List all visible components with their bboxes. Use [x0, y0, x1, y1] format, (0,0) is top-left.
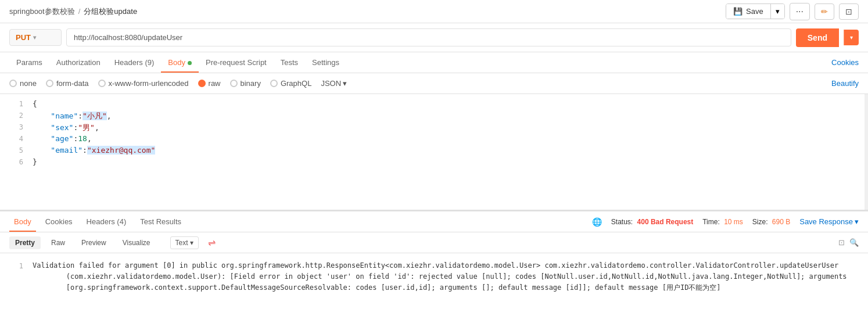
url-bar: PUT ▾ Send ▾	[0, 23, 868, 52]
save-button-group: 💾 Save ▾	[726, 3, 785, 19]
response-icons: ⊡ 🔍	[838, 238, 859, 247]
fmt-tab-raw[interactable]: Raw	[45, 236, 71, 249]
code-content-5: "email":"xiezhr@qq.com"	[33, 146, 859, 155]
code-content-3: "sex":"男",	[33, 123, 859, 133]
json-format-label: JSON	[321, 79, 341, 88]
code-line-1: 1 {	[0, 99, 868, 110]
response-line-1: 1 Validation failed for argument [0] in …	[9, 260, 859, 294]
tab-tests[interactable]: Tests	[274, 53, 305, 73]
method-selector[interactable]: PUT ▾	[9, 29, 62, 46]
send-button[interactable]: Send	[796, 28, 839, 47]
send-dropdown-button[interactable]: ▾	[844, 30, 859, 45]
body-type-urlencoded[interactable]: x-www-form-urlencoded	[98, 79, 189, 88]
response-tab-test-results[interactable]: Test Results	[135, 213, 186, 232]
line-number-1: 1	[9, 99, 23, 108]
response-status-bar: 🌐 Status: 400 Bad Request Time: 10 ms Si…	[592, 217, 859, 227]
response-tab-body[interactable]: Body	[9, 213, 36, 232]
json-chevron-icon: ▾	[343, 79, 347, 88]
radio-form-data	[46, 80, 53, 87]
code-content-6: }	[33, 157, 859, 166]
fmt-tab-preview[interactable]: Preview	[76, 236, 112, 249]
code-line-3: 3 "sex":"男",	[0, 122, 868, 134]
resp-line-number-1: 1	[9, 260, 23, 272]
tab-authorization[interactable]: Authorization	[49, 53, 107, 73]
body-type-graphql[interactable]: GraphQL	[270, 79, 311, 88]
code-line-6: 6 }	[0, 157, 868, 168]
method-label: PUT	[16, 33, 31, 42]
layout-button[interactable]: ⊡	[839, 3, 859, 20]
save-label: Save	[746, 7, 763, 16]
tab-settings[interactable]: Settings	[305, 53, 346, 73]
body-type-urlencoded-label: x-www-form-urlencoded	[109, 79, 189, 88]
time-info: Time: 10 ms	[702, 218, 743, 226]
radio-raw	[198, 80, 206, 87]
size-info: Size: 690 B	[752, 218, 790, 226]
copy-icon[interactable]: ⊡	[838, 238, 845, 247]
radio-urlencoded	[98, 80, 106, 87]
method-chevron: ▾	[33, 34, 36, 41]
body-type-row: none form-data x-www-form-urlencoded raw…	[0, 73, 868, 94]
response-tab-cookies[interactable]: Cookies	[41, 213, 77, 232]
response-format-row: Pretty Raw Preview Visualize Text ▾ ⇌ ⊡ …	[0, 232, 868, 253]
json-format-selector[interactable]: JSON ▾	[321, 79, 347, 88]
line-number-2: 2	[9, 111, 23, 120]
breadcrumb: springboot参数校验 / 分组校验update	[9, 6, 137, 17]
line-number-4: 4	[9, 134, 23, 143]
beautify-button[interactable]: Beautify	[831, 79, 859, 88]
breadcrumb-current: 分组校验update	[84, 6, 137, 17]
tab-params[interactable]: Params	[9, 53, 49, 73]
body-active-dot	[188, 61, 192, 65]
code-content-1: {	[33, 99, 859, 108]
response-text-format-selector[interactable]: Text ▾	[170, 236, 199, 249]
code-line-4: 4 "age":18,	[0, 134, 868, 145]
code-content-4: "age":18,	[33, 134, 859, 143]
tab-headers[interactable]: Headers (9)	[107, 53, 162, 73]
tab-pre-request[interactable]: Pre-request Script	[199, 53, 274, 73]
wrap-icon[interactable]: ⇌	[208, 237, 216, 248]
body-type-none[interactable]: none	[9, 79, 37, 88]
save-button[interactable]: 💾 Save	[726, 4, 770, 19]
save-dropdown-button[interactable]: ▾	[770, 4, 784, 19]
body-type-form-data[interactable]: form-data	[46, 79, 89, 88]
radio-none	[9, 80, 17, 87]
response-tabs-row: Body Cookies Headers (4) Test Results 🌐 …	[0, 211, 868, 232]
more-options-button[interactable]: ···	[790, 3, 810, 20]
top-bar-actions: 💾 Save ▾ ··· ✏ ⊡	[726, 3, 859, 20]
save-response-button[interactable]: Save Response ▾	[799, 217, 859, 226]
body-type-raw[interactable]: raw	[198, 79, 221, 88]
breadcrumb-parent: springboot参数校验	[9, 6, 75, 17]
code-content-2: "name":"小凡",	[33, 111, 859, 121]
status-label: Status: 400 Bad Request	[611, 218, 693, 226]
response-tab-headers[interactable]: Headers (4)	[82, 213, 131, 232]
edit-button[interactable]: ✏	[815, 3, 834, 20]
radio-binary	[230, 80, 238, 87]
url-input[interactable]	[66, 28, 791, 46]
line-number-3: 3	[9, 123, 23, 131]
fmt-tab-pretty[interactable]: Pretty	[9, 236, 41, 249]
radio-graphql	[270, 80, 278, 87]
body-type-binary[interactable]: binary	[230, 79, 261, 88]
code-line-2: 2 "name":"小凡",	[0, 110, 868, 122]
globe-icon: 🌐	[592, 217, 602, 227]
body-type-none-label: none	[20, 79, 37, 88]
request-tabs-row: Params Authorization Headers (9) Body Pr…	[0, 52, 868, 73]
body-type-binary-label: binary	[241, 79, 261, 88]
body-type-graphql-label: GraphQL	[281, 79, 311, 88]
breadcrumb-separator: /	[78, 7, 81, 16]
response-section: Body Cookies Headers (4) Test Results 🌐 …	[0, 210, 868, 301]
editor-scrollbar[interactable]	[865, 94, 868, 210]
response-body: 1 Validation failed for argument [0] in …	[0, 253, 868, 301]
code-line-5: 5 "email":"xiezhr@qq.com"	[0, 145, 868, 157]
top-bar: springboot参数校验 / 分组校验update 💾 Save ▾ ···…	[0, 0, 868, 23]
fmt-tab-visualize[interactable]: Visualize	[117, 236, 156, 249]
tab-body[interactable]: Body	[161, 53, 199, 73]
search-icon[interactable]: 🔍	[849, 238, 859, 247]
line-number-6: 6	[9, 157, 23, 166]
resp-code-content: Validation failed for argument [0] in pu…	[33, 260, 859, 294]
save-icon: 💾	[733, 7, 743, 16]
line-number-5: 5	[9, 146, 23, 155]
body-type-raw-label: raw	[209, 79, 221, 88]
cookies-link[interactable]: Cookies	[831, 58, 859, 67]
code-editor[interactable]: 1 { 2 "name":"小凡", 3 "sex":"男", 4 "age":…	[0, 94, 868, 210]
text-chevron-icon: ▾	[190, 239, 193, 247]
